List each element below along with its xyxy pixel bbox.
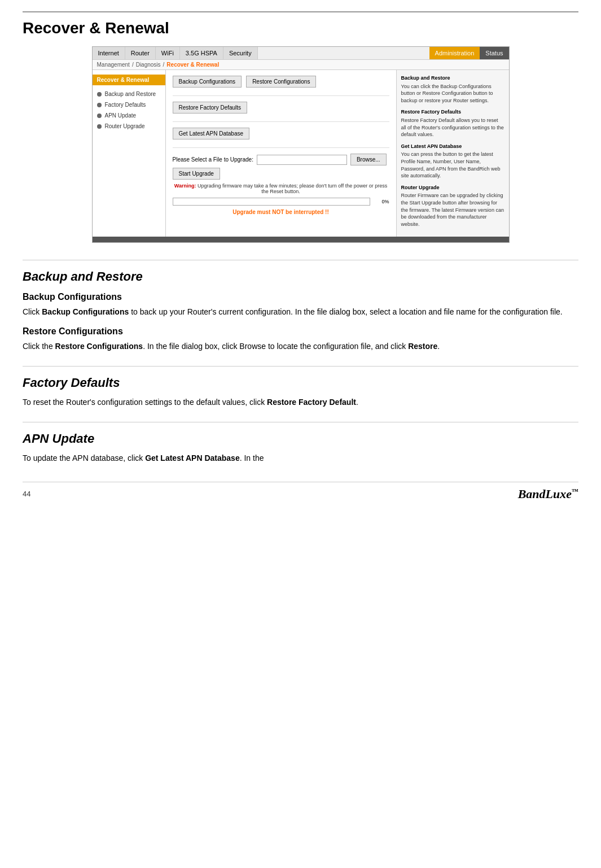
bullet-icon [97, 103, 102, 107]
file-select-row: Please Select a File to Upgrade: Browse.… [173, 154, 389, 165]
help-title-factory: Restore Factory Defaults [401, 108, 505, 116]
warning-label: Warning: [174, 183, 196, 189]
nav-tab-security[interactable]: Security [223, 47, 258, 59]
upgrade-warning-text: Warning: Upgrading firmware may take a f… [173, 183, 389, 194]
sidebar-item-router-upgrade[interactable]: Router Upgrade [93, 121, 165, 132]
crumb-sep1: / [132, 62, 134, 68]
top-nav-bar: Internet Router WiFi 3.5G HSPA Security … [93, 47, 509, 60]
warning-message: Upgrading firmware may take a few minute… [198, 183, 387, 194]
crumb-diagnosis[interactable]: Diagnosis [136, 62, 161, 68]
brand-logo: BandLuxe™ [518, 487, 578, 501]
help-text-upgrade: Router Firmware can be upgraded by click… [401, 193, 504, 226]
backup-restore-buttons: Backup Configurations Restore Configurat… [173, 76, 389, 88]
help-section-backup: Backup and Restore You can click the Bac… [401, 75, 505, 104]
sidebar-item-apn-update[interactable]: APN Update [93, 110, 165, 121]
backup-configurations-button[interactable]: Backup Configurations [173, 76, 242, 88]
bold-backup-config: Backup Configurations [42, 307, 129, 316]
bold-restore-config: Restore Configurations [55, 342, 143, 351]
nav-tab-status[interactable]: Status [480, 47, 508, 59]
router-upgrade-section: Please Select a File to Upgrade: Browse.… [173, 154, 389, 220]
help-title-upgrade: Router Upgrade [401, 184, 505, 191]
subsection-heading-restore-config: Restore Configurations [23, 326, 578, 337]
router-sidebar: Recover & Renewal Backup and Restore Fac… [93, 70, 166, 237]
section-heading-factory-defaults: Factory Defaults [23, 366, 578, 390]
apn-update-body: To update the APN database, click Get La… [23, 452, 578, 464]
sidebar-header: Recover & Renewal [93, 75, 165, 85]
backup-config-body: Click Backup Configurations to back up y… [23, 306, 578, 318]
router-content-area: Backup Configurations Restore Configurat… [166, 70, 396, 237]
restore-config-body: Click the Restore Configurations. In the… [23, 340, 578, 352]
start-upgrade-button[interactable]: Start Upgrade [173, 168, 220, 180]
nav-tab-router[interactable]: Router [125, 47, 156, 59]
start-upgrade-group: Start Upgrade [173, 168, 389, 180]
sidebar-item-backup-restore[interactable]: Backup and Restore [93, 89, 165, 99]
help-text-backup: You can click the Backup Configurations … [401, 84, 493, 103]
factory-defaults-buttons: Restore Factory Defaults [173, 102, 389, 114]
router-bottom-bar [93, 237, 509, 242]
bullet-icon [97, 92, 102, 97]
sidebar-label-factory: Factory Defaults [105, 102, 146, 108]
brand-name: BandLuxe [518, 487, 572, 501]
page-title: Recover & Renewal [23, 11, 578, 37]
bold-restore-factory: Restore Factory Default [267, 398, 356, 407]
nav-tab-administration[interactable]: Administration [429, 47, 480, 59]
file-input[interactable] [257, 155, 347, 165]
help-text-factory: Restore Factory Default allows you to re… [401, 117, 504, 137]
crumb-management[interactable]: Management [97, 62, 130, 68]
nav-tab-wifi[interactable]: WiFi [156, 47, 180, 59]
sidebar-label-upgrade: Router Upgrade [105, 123, 145, 129]
section-heading-backup-restore: Backup and Restore [23, 260, 578, 284]
page-footer: 44 BandLuxe™ [23, 482, 578, 501]
restore-configurations-button[interactable]: Restore Configurations [246, 76, 316, 88]
backup-restore-section: Backup Configurations Restore Configurat… [173, 76, 389, 96]
help-section-upgrade: Router Upgrade Router Firmware can be up… [401, 184, 505, 228]
browse-button[interactable]: Browse... [350, 154, 387, 165]
upgrade-interrupt-warning: Upgrade must NOT be interrupted !! [173, 209, 389, 215]
sidebar-label-apn: APN Update [105, 112, 137, 119]
progress-bar [173, 198, 370, 206]
apn-update-buttons: Get Latest APN Database [173, 128, 389, 139]
crumb-active: Recover & Renewal [166, 62, 219, 68]
sidebar-item-factory-defaults[interactable]: Factory Defaults [93, 99, 165, 110]
help-section-factory: Restore Factory Defaults Restore Factory… [401, 108, 505, 138]
progress-percent: 0% [374, 199, 389, 204]
file-select-label: Please Select a File to Upgrade: [173, 156, 253, 163]
crumb-sep2: / [163, 62, 165, 68]
help-section-apn: Get Latest APN Database You can press th… [401, 143, 505, 180]
get-latest-apn-button[interactable]: Get Latest APN Database [173, 128, 250, 139]
section-heading-apn-update: APN Update [23, 422, 578, 446]
help-text-apn: You can press the button to get the late… [401, 151, 501, 178]
bullet-icon [97, 124, 102, 129]
nav-tab-35ghspa[interactable]: 3.5G HSPA [180, 47, 223, 59]
factory-defaults-section: Restore Factory Defaults [173, 102, 389, 122]
help-title-backup: Backup and Restore [401, 75, 505, 82]
router-help-panel: Backup and Restore You can click the Bac… [396, 70, 509, 237]
trademark: ™ [572, 487, 578, 495]
bold-restore: Restore [408, 342, 437, 351]
help-title-apn: Get Latest APN Database [401, 143, 505, 150]
subsection-heading-backup-config: Backup Configurations [23, 292, 578, 302]
sidebar-label-backup: Backup and Restore [105, 91, 156, 97]
router-ui-screenshot: Internet Router WiFi 3.5G HSPA Security … [92, 46, 510, 243]
restore-factory-defaults-button[interactable]: Restore Factory Defaults [173, 102, 248, 114]
router-main-area: Recover & Renewal Backup and Restore Fac… [93, 70, 509, 237]
progress-row: 0% [173, 198, 389, 206]
bold-get-apn: Get Latest APN Database [145, 453, 240, 463]
factory-defaults-body: To reset the Router's configuration sett… [23, 396, 578, 408]
breadcrumb: Management / Diagnosis / Recover & Renew… [93, 60, 509, 70]
nav-tab-internet[interactable]: Internet [93, 47, 125, 59]
page-number: 44 [23, 490, 30, 498]
bullet-icon [97, 114, 102, 118]
apn-update-section: Get Latest APN Database [173, 128, 389, 148]
